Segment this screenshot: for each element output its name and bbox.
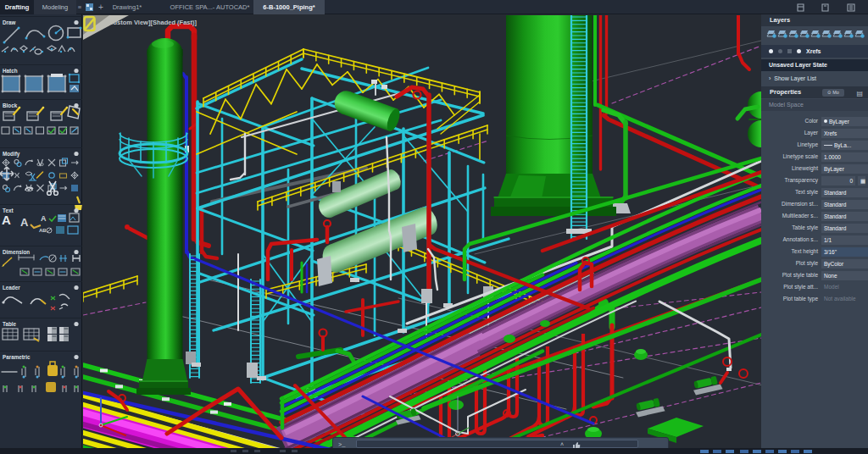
svg-text:Hatch: Hatch xyxy=(3,68,18,74)
svg-text:Modify: Modify xyxy=(3,151,20,158)
svg-text:Leader: Leader xyxy=(3,285,20,291)
svg-text:Block: Block xyxy=(3,102,18,108)
svg-text:Parametric: Parametric xyxy=(3,354,31,360)
svg-text:A: A xyxy=(20,216,29,229)
svg-text:A: A xyxy=(2,213,11,227)
svg-text:AB: AB xyxy=(39,228,47,233)
svg-text:Table: Table xyxy=(3,321,16,327)
svg-text:Draw: Draw xyxy=(3,19,15,25)
svg-text:A: A xyxy=(41,214,47,223)
svg-text:Dimension: Dimension xyxy=(3,249,30,255)
